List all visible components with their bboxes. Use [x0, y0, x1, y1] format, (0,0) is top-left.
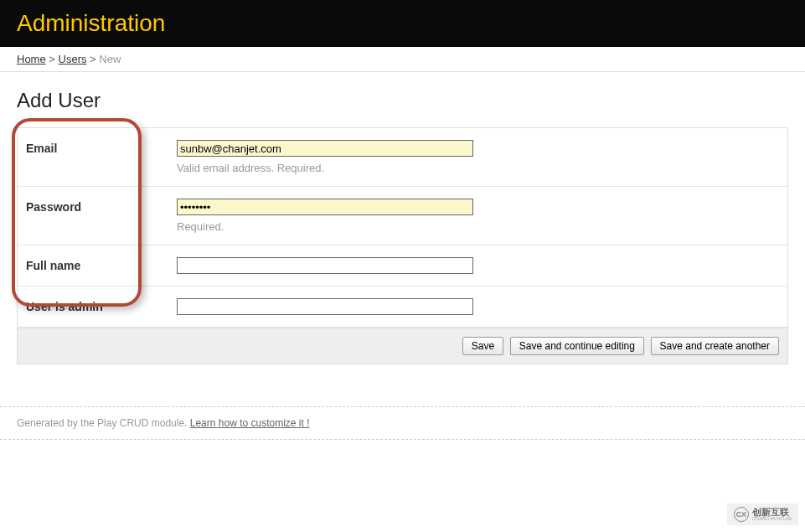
email-field-wrap: Valid email address. Required. — [177, 140, 779, 174]
password-input[interactable] — [177, 199, 473, 215]
app-title: Administration — [17, 10, 788, 37]
email-help: Valid email address. Required. — [177, 162, 779, 174]
content: Add User Email Valid email address. Requ… — [0, 72, 805, 381]
breadcrumb-users-link[interactable]: Users — [59, 53, 87, 65]
email-label: Email — [26, 140, 177, 155]
breadcrumb-current: New — [99, 53, 121, 65]
breadcrumb-home-link[interactable]: Home — [17, 53, 46, 65]
breadcrumb: Home > Users > New — [0, 47, 805, 72]
password-field-wrap: Required. — [177, 199, 779, 233]
breadcrumb-sep: > — [90, 53, 96, 65]
password-label: Password — [26, 199, 177, 214]
fullname-input[interactable] — [177, 257, 473, 274]
save-button[interactable]: Save — [462, 337, 503, 355]
fullname-label: Full name — [26, 257, 177, 272]
form-row-fullname: Full name — [18, 245, 787, 287]
save-another-button[interactable]: Save and create another — [651, 337, 779, 355]
isadmin-field-wrap — [177, 298, 779, 315]
footer: Generated by the Play CRUD module. Learn… — [0, 406, 805, 440]
footer-link[interactable]: Learn how to customize it ! — [190, 417, 310, 429]
isadmin-label: User is admin — [26, 298, 177, 313]
password-help: Required. — [177, 220, 779, 233]
email-input[interactable] — [177, 140, 473, 157]
breadcrumb-sep: > — [49, 53, 55, 65]
header: Administration — [0, 0, 805, 47]
form-row-password: Password Required. — [18, 187, 787, 245]
button-row: Save Save and continue editing Save and … — [18, 328, 787, 364]
save-continue-button[interactable]: Save and continue editing — [510, 337, 644, 355]
page-title: Add User — [17, 89, 788, 112]
form-row-email: Email Valid email address. Required. — [18, 128, 787, 187]
footer-text: Generated by the Play CRUD module. — [17, 417, 190, 429]
form-row-isadmin: User is admin — [18, 287, 787, 328]
fullname-field-wrap — [177, 257, 779, 274]
isadmin-input[interactable] — [177, 298, 473, 315]
form-container: Email Valid email address. Required. Pas… — [17, 127, 788, 364]
